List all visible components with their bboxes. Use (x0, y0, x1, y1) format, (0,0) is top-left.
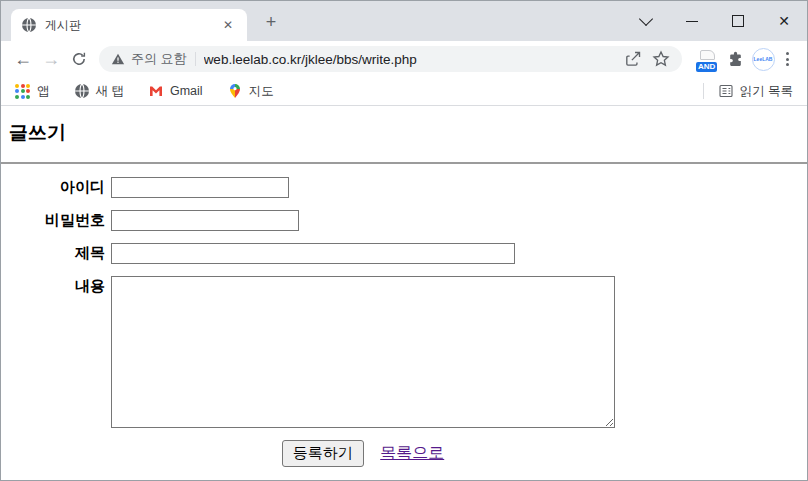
titlebar: 게시판 ✕ + ✕ (1, 1, 807, 41)
window-controls: ✕ (623, 1, 807, 41)
leelab-profile-button[interactable]: LeeLAB (750, 44, 776, 74)
browser-tab[interactable]: 게시판 ✕ (11, 9, 247, 41)
title-field-label: 제목 (1, 244, 111, 263)
bookmark-label: 새 탭 (96, 83, 124, 100)
omnibox-separator (195, 52, 196, 66)
reading-list-button[interactable]: 읽기 목록 (714, 81, 797, 102)
bookmark-star-icon[interactable] (652, 50, 670, 68)
form-row-title: 제목 (1, 243, 807, 264)
bookmarks-bar: 앱 새 탭 Gmail (1, 77, 807, 106)
bookmark-apps[interactable]: 앱 (11, 81, 54, 102)
bookmark-gmail[interactable]: Gmail (144, 81, 207, 101)
leelab-logo: LeeLAB (752, 48, 775, 71)
tab-search-button[interactable] (623, 1, 669, 41)
url-text[interactable]: web.leelab.co.kr/jklee/bbs/write.php (204, 52, 614, 67)
page-content: 글쓰기 아이디 비밀번호 제목 내용 등록하기 목록으로 (1, 106, 807, 481)
and-extension-button[interactable]: AND (694, 44, 720, 74)
gmail-icon (148, 83, 164, 99)
submit-button[interactable]: 등록하기 (282, 440, 364, 467)
id-input[interactable] (111, 177, 289, 198)
id-field-label: 아이디 (1, 178, 111, 197)
tab-title: 게시판 (45, 17, 219, 34)
address-bar[interactable]: 주의 요함 web.leelab.co.kr/jklee/bbs/write.p… (99, 46, 682, 72)
actions-cell: 등록하기 목록으로 (111, 440, 615, 467)
close-button[interactable]: ✕ (761, 1, 807, 41)
maximize-button[interactable] (715, 1, 761, 41)
share-icon[interactable] (624, 50, 642, 68)
form-row-password: 비밀번호 (1, 210, 807, 231)
back-to-list-link[interactable]: 목록으로 (380, 444, 444, 461)
bookmark-new-tab[interactable]: 새 탭 (70, 81, 128, 102)
bookmark-maps[interactable]: 지도 (223, 81, 278, 102)
globe-icon (74, 83, 90, 99)
new-tab-button[interactable]: + (259, 11, 283, 35)
maps-pin-icon (227, 83, 243, 99)
and-extension-icon (700, 50, 715, 60)
minimize-button[interactable] (669, 1, 715, 41)
bookmark-label: Gmail (170, 84, 203, 98)
globe-favicon-icon (21, 17, 37, 33)
kebab-icon (786, 52, 789, 55)
apps-grid-icon (15, 84, 31, 99)
page-title: 글쓰기 (9, 120, 807, 146)
reload-icon (71, 51, 87, 67)
browser-menu-button[interactable] (776, 48, 799, 70)
password-input[interactable] (111, 210, 299, 231)
browser-window: 게시판 ✕ + ✕ ← → 주의 요함 web.leelab.c (0, 0, 808, 481)
bookmark-label: 앱 (37, 83, 50, 100)
minimize-icon (686, 21, 698, 22)
bookmarks-separator (703, 83, 704, 99)
form-row-id: 아이디 (1, 177, 807, 198)
puzzle-icon (727, 51, 744, 68)
bookmarks-bar-right: 읽기 목록 (703, 81, 797, 102)
reading-list-label: 읽기 목록 (740, 83, 793, 100)
reload-button[interactable] (65, 45, 93, 73)
and-extension-badge: AND (696, 62, 717, 72)
browser-toolbar: ← → 주의 요함 web.leelab.co.kr/jklee/bbs/wri… (1, 41, 807, 77)
chevron-down-icon (639, 12, 653, 26)
password-field-label: 비밀번호 (1, 211, 111, 230)
extensions-puzzle-button[interactable] (722, 44, 748, 74)
bookmark-label: 지도 (249, 83, 274, 100)
security-label[interactable]: 주의 요함 (131, 50, 187, 68)
back-button[interactable]: ← (9, 45, 37, 73)
content-textarea[interactable] (111, 276, 615, 428)
divider (1, 162, 807, 164)
form-row-actions: 등록하기 목록으로 (1, 440, 807, 467)
tab-close-icon[interactable]: ✕ (219, 17, 237, 33)
reading-list-icon (718, 83, 734, 99)
content-field-label: 내용 (1, 276, 111, 296)
warning-icon (111, 52, 125, 66)
form-row-content: 내용 (1, 276, 807, 428)
forward-button[interactable]: → (37, 45, 65, 73)
extensions-area: AND LeeLAB (692, 44, 799, 74)
maximize-icon (732, 15, 744, 27)
title-input[interactable] (111, 243, 515, 264)
